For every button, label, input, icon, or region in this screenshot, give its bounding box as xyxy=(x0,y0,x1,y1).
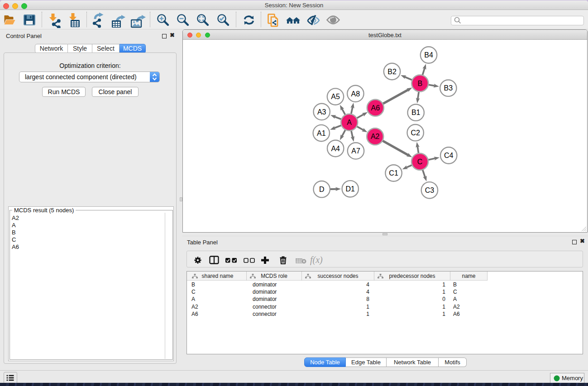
svg-text:B4: B4 xyxy=(424,51,433,59)
svg-text:C3: C3 xyxy=(425,186,435,194)
svg-text:D: D xyxy=(319,186,325,193)
svg-text:C: C xyxy=(417,158,423,166)
svg-text:A1: A1 xyxy=(317,129,326,137)
svg-text:A4: A4 xyxy=(331,145,340,152)
svg-text:B1: B1 xyxy=(411,109,421,116)
svg-text:A5: A5 xyxy=(331,93,340,100)
svg-text:D1: D1 xyxy=(346,185,355,193)
svg-text:A7: A7 xyxy=(351,147,360,155)
svg-text:A8: A8 xyxy=(351,90,360,98)
svg-text:C1: C1 xyxy=(389,169,398,177)
svg-text:A3: A3 xyxy=(317,108,326,116)
svg-text:C2: C2 xyxy=(411,129,420,137)
svg-text:A6: A6 xyxy=(371,104,380,112)
svg-text:B2: B2 xyxy=(387,68,397,76)
svg-text:A: A xyxy=(347,119,352,126)
svg-text:B: B xyxy=(417,80,422,87)
svg-text:B3: B3 xyxy=(444,84,453,92)
svg-text:C4: C4 xyxy=(444,152,454,159)
svg-text:A2: A2 xyxy=(371,133,380,140)
